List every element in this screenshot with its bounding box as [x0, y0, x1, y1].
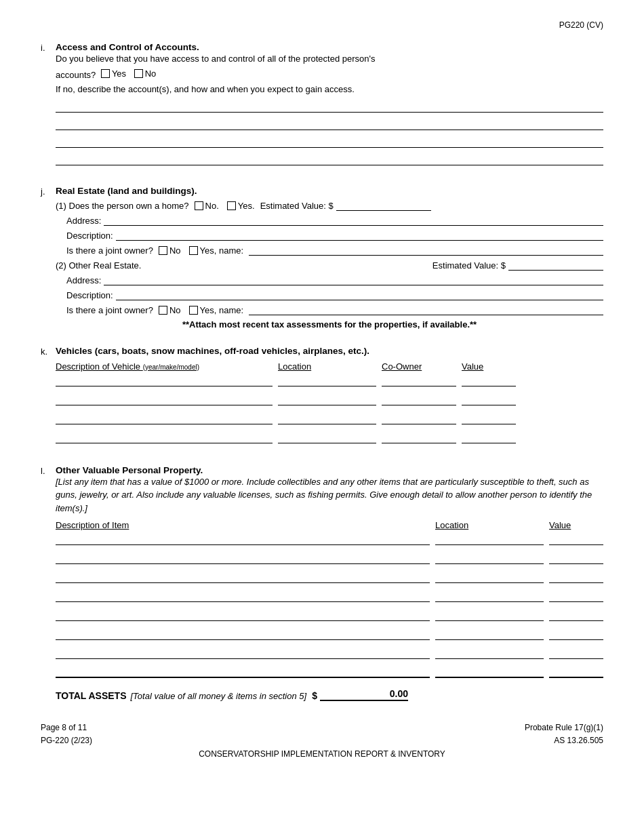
item-desc-5[interactable] — [56, 609, 430, 621]
j-no3-checkbox[interactable]: No — [159, 305, 181, 315]
j-address-input-2[interactable] — [104, 273, 603, 285]
item-location-4[interactable] — [435, 590, 544, 602]
j-q2-row: (2) Other Real Estate. Estimated Value: … — [56, 258, 603, 271]
vehicle-row-1 — [56, 374, 603, 386]
vehicle-coowner-3[interactable] — [382, 412, 456, 424]
no-checkbox-i[interactable]: No — [134, 67, 157, 81]
input-line-i-3[interactable] — [56, 136, 603, 148]
item-row-5 — [56, 609, 603, 621]
item-value-6[interactable] — [549, 628, 603, 640]
vehicle-value-4[interactable] — [462, 431, 516, 443]
section-k: k. Vehicles (cars, boats, snow machines,… — [41, 346, 603, 450]
vehicle-desc-1[interactable] — [56, 374, 273, 386]
j-address-label-2: Address: — [56, 275, 101, 285]
item-desc-3[interactable] — [56, 571, 430, 583]
vehicle-row-4 — [56, 431, 603, 443]
j-joint-input-1[interactable] — [249, 243, 603, 256]
total-assets-row: TOTAL ASSETS [Total value of all money &… — [56, 688, 603, 701]
j-no-checkbox-1[interactable]: No. — [195, 201, 219, 211]
item-desc-1[interactable] — [56, 533, 430, 545]
j-q1-prefix: (1) Does the person own a home? — [56, 201, 189, 211]
col-header-sub: (year/make/model) — [143, 363, 199, 371]
j-no2-checkbox[interactable]: No — [159, 245, 181, 256]
j-est-value-input-1[interactable] — [336, 199, 431, 211]
section-j-letter: j. — [41, 186, 56, 197]
item-value-7[interactable] — [549, 647, 603, 659]
item-location-7[interactable] — [435, 647, 544, 659]
form-id: PG220 (CV) — [559, 20, 603, 30]
j-q1-row: (1) Does the person own a home? No. Yes.… — [56, 199, 603, 211]
vehicle-location-2[interactable] — [278, 393, 376, 405]
vehicle-row-2 — [56, 393, 603, 405]
input-line-i-4[interactable] — [56, 153, 603, 165]
item-desc-7[interactable] — [56, 647, 430, 659]
j-q2-label: (2) Other Real Estate. — [56, 260, 141, 271]
j-desc-label-2: Description: — [56, 290, 113, 300]
section-l-letter: l. — [41, 465, 56, 476]
footer-left: Page 8 of 11 PG-220 (2/23) — [41, 721, 92, 747]
item-value-5[interactable] — [549, 609, 603, 621]
vehicle-desc-2[interactable] — [56, 393, 273, 405]
j-desc-input-1[interactable] — [116, 229, 603, 241]
j-address-row-2: Address: — [56, 273, 603, 285]
vehicle-value-3[interactable] — [462, 412, 516, 424]
total-assets-dollar: $ — [312, 690, 317, 701]
j-yes-checkbox-1[interactable]: Yes. — [227, 201, 255, 211]
j-joint-input-2[interactable] — [249, 303, 603, 315]
col-header-location: Location — [278, 361, 376, 372]
vehicle-desc-3[interactable] — [56, 412, 273, 424]
j-joint-label-2: Is there a joint owner? — [56, 305, 153, 315]
j-address-input-1[interactable] — [104, 214, 603, 226]
input-line-i-2[interactable] — [56, 118, 603, 130]
total-assets-value[interactable]: 0.00 — [320, 688, 408, 701]
item-row-4 — [56, 590, 603, 602]
item-desc-2[interactable] — [56, 552, 430, 564]
page-footer: Page 8 of 11 PG-220 (2/23) Probate Rule … — [41, 721, 603, 747]
item-row-8 — [56, 666, 603, 678]
item-desc-8[interactable] — [56, 666, 430, 678]
item-row-2 — [56, 552, 603, 564]
col-header-desc-item: Description of Item — [56, 520, 430, 530]
item-value-3[interactable] — [549, 571, 603, 583]
j-joint-row-2: Is there a joint owner? No Yes, name: — [56, 303, 603, 315]
section-l-title: Other Valuable Personal Property. — [56, 465, 203, 475]
footer-page-info: Page 8 of 11 — [41, 721, 92, 734]
item-row-3 — [56, 571, 603, 583]
item-value-4[interactable] — [549, 590, 603, 602]
section-i-body2: accounts? Yes No — [56, 67, 603, 82]
item-value-8[interactable] — [549, 666, 603, 678]
input-line-i-1[interactable] — [56, 100, 603, 113]
item-location-2[interactable] — [435, 552, 544, 564]
item-location-8[interactable] — [435, 666, 544, 678]
item-location-3[interactable] — [435, 571, 544, 583]
items-table-header: Description of Item Location Value — [56, 520, 603, 530]
item-value-2[interactable] — [549, 552, 603, 564]
item-location-6[interactable] — [435, 628, 544, 640]
vehicle-location-3[interactable] — [278, 412, 376, 424]
item-location-1[interactable] — [435, 533, 544, 545]
item-location-5[interactable] — [435, 609, 544, 621]
j-est-value-input-2[interactable] — [508, 258, 603, 271]
vehicle-coowner-1[interactable] — [382, 374, 456, 386]
item-row-7 — [56, 647, 603, 659]
item-value-1[interactable] — [549, 533, 603, 545]
j-desc-row-2: Description: — [56, 288, 603, 300]
section-j-title: Real Estate (land and buildings). — [56, 186, 197, 196]
vehicle-location-4[interactable] — [278, 431, 376, 443]
vehicle-location-1[interactable] — [278, 374, 376, 386]
j-desc-input-2[interactable] — [116, 288, 603, 300]
section-i-title: Access and Control of Accounts. — [56, 42, 199, 52]
vehicle-desc-4[interactable] — [56, 431, 273, 443]
j-yes2-checkbox[interactable]: Yes, name: — [189, 245, 244, 256]
vehicle-value-2[interactable] — [462, 393, 516, 405]
yes-checkbox-i[interactable]: Yes — [101, 67, 126, 81]
vehicle-coowner-4[interactable] — [382, 431, 456, 443]
item-desc-6[interactable] — [56, 628, 430, 640]
vehicle-value-1[interactable] — [462, 374, 516, 386]
j-yes3-checkbox[interactable]: Yes, name: — [189, 305, 244, 315]
section-i-body1: Do you believe that you have access to a… — [56, 52, 603, 66]
col-header-coowner: Co-Owner — [382, 361, 456, 372]
item-desc-4[interactable] — [56, 590, 430, 602]
col-header-value: Value — [462, 361, 516, 372]
vehicle-coowner-2[interactable] — [382, 393, 456, 405]
